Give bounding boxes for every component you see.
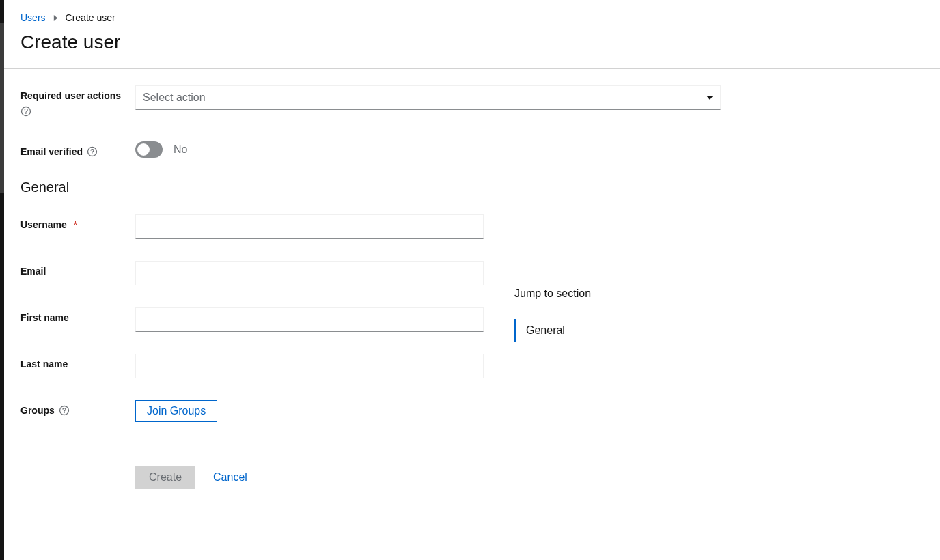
- help-icon[interactable]: ?: [87, 146, 98, 157]
- select-placeholder: Select action: [143, 92, 706, 104]
- email-input[interactable]: [135, 261, 484, 285]
- sidebar-sliver: [0, 0, 4, 527]
- email-label: Email: [20, 266, 46, 277]
- last-name-input[interactable]: [135, 354, 484, 378]
- username-input[interactable]: [135, 214, 484, 239]
- jump-to-section: Jump to section General: [514, 288, 591, 342]
- svg-text:?: ?: [90, 148, 95, 156]
- sidebar-active-region: [0, 23, 4, 193]
- required-actions-select[interactable]: Select action: [135, 85, 721, 110]
- jump-list: General: [514, 319, 591, 342]
- join-groups-button[interactable]: Join Groups: [135, 400, 217, 422]
- jump-item-general[interactable]: General: [515, 319, 591, 342]
- last-name-label: Last name: [20, 359, 68, 369]
- svg-text:?: ?: [24, 107, 28, 115]
- breadcrumb: Users Create user: [4, 0, 940, 29]
- groups-label: Groups ?: [20, 405, 70, 416]
- help-icon[interactable]: ?: [20, 106, 31, 117]
- email-verified-label: Email verified ?: [20, 146, 98, 157]
- page-title: Create user: [4, 29, 940, 68]
- cancel-button[interactable]: Cancel: [213, 466, 247, 489]
- toggle-knob: [137, 143, 150, 156]
- caret-down-icon: [706, 92, 713, 104]
- jump-heading: Jump to section: [514, 288, 591, 300]
- email-verified-toggle[interactable]: [135, 141, 163, 158]
- required-actions-label: Required user actions: [20, 90, 121, 101]
- first-name-label: First name: [20, 312, 69, 323]
- chevron-right-icon: [53, 12, 59, 23]
- breadcrumb-current: Create user: [66, 12, 115, 23]
- create-user-form: Required user actions ? Select action: [4, 69, 940, 527]
- svg-text:?: ?: [61, 406, 66, 415]
- section-heading-general: General: [20, 180, 924, 195]
- create-button[interactable]: Create: [135, 466, 195, 489]
- username-label: Username*: [20, 219, 77, 230]
- email-verified-value: No: [174, 143, 187, 156]
- first-name-input[interactable]: [135, 307, 484, 332]
- help-icon[interactable]: ?: [59, 405, 70, 416]
- breadcrumb-link-users[interactable]: Users: [20, 12, 46, 23]
